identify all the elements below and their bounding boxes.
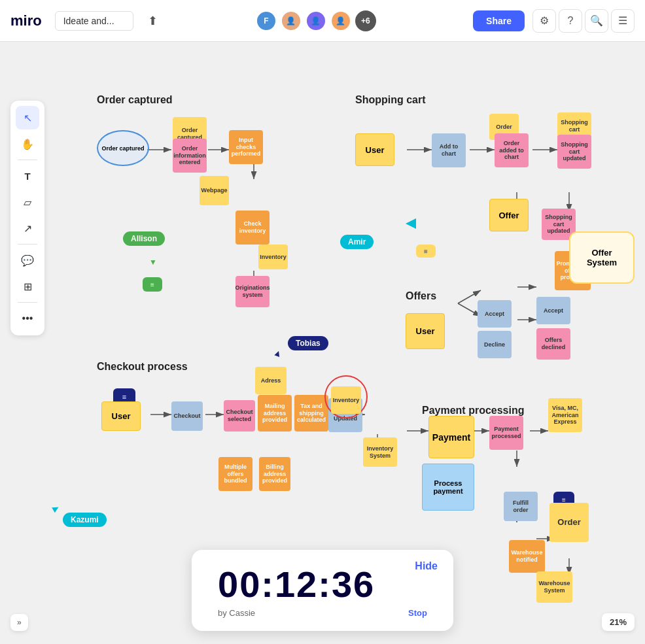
- sticky-input-checks[interactable]: Input checks performed: [229, 130, 263, 164]
- shape-payment[interactable]: Payment: [428, 416, 474, 458]
- frame-tool[interactable]: ⊞: [16, 275, 39, 298]
- text-tool[interactable]: T: [16, 164, 39, 188]
- comment-allison[interactable]: ≡: [143, 277, 162, 292]
- cursor-allison: Allison: [123, 231, 165, 246]
- shape-user-offers[interactable]: User: [406, 313, 445, 349]
- sticky-billing-address[interactable]: Billing address provided: [259, 457, 290, 491]
- sticky-decline[interactable]: Decline: [478, 331, 512, 358]
- board-name-input[interactable]: Ideate and...: [55, 11, 133, 31]
- zoom-indicator[interactable]: 21%: [602, 613, 635, 631]
- offer-system-box[interactable]: OfferSystem: [569, 231, 635, 284]
- sticky-originations[interactable]: Originations system: [235, 276, 270, 307]
- cursor-tobias: Tobias: [288, 336, 328, 350]
- amir-bubble[interactable]: ≡: [416, 245, 436, 258]
- comment-tool[interactable]: 💬: [16, 248, 39, 272]
- avatar-1[interactable]: F: [256, 10, 277, 31]
- sticky-check-inventory[interactable]: Check inventory: [235, 211, 270, 245]
- avatar-2[interactable]: 👤: [281, 10, 302, 31]
- shape-user-cart[interactable]: User: [355, 133, 394, 166]
- menu-icon[interactable]: ☰: [611, 9, 635, 33]
- section-payment: Payment processing: [422, 405, 525, 416]
- sticky-multiple-offers[interactable]: Multiple offers bundled: [218, 457, 253, 491]
- sticky-offers-declined[interactable]: Offers declined: [536, 328, 570, 360]
- shape-process-payment[interactable]: Process payment: [422, 464, 474, 511]
- sidebar-collapse-button[interactable]: »: [10, 614, 28, 631]
- sticky-warehouse-system[interactable]: Warehouse System: [536, 571, 572, 603]
- sticky-cart-updated[interactable]: Shopping cart updated: [557, 135, 591, 169]
- timer-by-label: by Cassie: [218, 608, 255, 618]
- hand-tool[interactable]: ✋: [16, 132, 39, 156]
- arrow-tool[interactable]: ↗: [16, 216, 39, 240]
- settings-icon[interactable]: ⚙: [532, 9, 556, 33]
- help-icon[interactable]: ?: [559, 9, 582, 33]
- select-tool[interactable]: ↖: [16, 106, 39, 129]
- sticky-add-chart[interactable]: Add to chart: [432, 133, 466, 167]
- header-right-icons: ⚙ ? 🔍 ☰: [532, 9, 635, 33]
- cursor-amir: Amir: [340, 235, 374, 249]
- upload-icon: ⬆: [148, 14, 158, 28]
- section-checkout: Checkout process: [97, 361, 188, 373]
- sticky-address[interactable]: Adress: [255, 367, 287, 394]
- cursor-kazumi: Kazumi: [63, 513, 107, 527]
- timer-panel: Hide 00:12:36 by Cassie Stop: [192, 550, 453, 631]
- collaborators-area: F 👤 👤 👤 +6: [172, 10, 460, 31]
- toolbar: ↖ ✋ T ▱ ↗ 💬 ⊞ •••: [10, 101, 44, 335]
- sticky-checkout[interactable]: Checkout: [171, 401, 203, 431]
- sticky-warehouse-notified[interactable]: Warehouse notified: [509, 540, 545, 573]
- toolbar-divider: [18, 160, 37, 160]
- sticky-order-added[interactable]: Order added to chart: [495, 133, 529, 167]
- sticky-order-info[interactable]: Order information entered: [173, 139, 207, 173]
- sticky-webpage[interactable]: Webpage: [200, 176, 229, 205]
- sticky-payment-processed[interactable]: Payment processed: [489, 416, 523, 450]
- sticky-fulfill-order[interactable]: Fulfill order: [504, 492, 538, 521]
- shape-offer[interactable]: Offer: [489, 199, 529, 231]
- timer-meta: by Cassie Stop: [218, 608, 427, 618]
- oval-order-captured[interactable]: Order captured: [97, 130, 149, 166]
- header: miro Ideate and... ⬆ F 👤 👤 👤 +6 Share ⚙ …: [0, 0, 645, 42]
- sticky-tax-shipping[interactable]: Tax and shipping calculated: [294, 395, 328, 432]
- timer-hide-button[interactable]: Hide: [415, 560, 438, 572]
- toolbar-divider-2: [18, 244, 37, 245]
- collab-more[interactable]: +6: [355, 10, 376, 31]
- svg-marker-29: [406, 218, 416, 229]
- toolbar-divider-3: [18, 302, 37, 303]
- sticky-checkout-selected[interactable]: Checkout selected: [224, 400, 255, 432]
- canvas[interactable]: ↖ ✋ T ▱ ↗ 💬 ⊞ •••: [0, 42, 645, 644]
- upload-button[interactable]: ⬆: [141, 10, 164, 32]
- more-tools[interactable]: •••: [16, 307, 39, 330]
- sticky-inventory-label[interactable]: Inventory: [258, 245, 288, 269]
- shape-user-checkout[interactable]: User: [101, 401, 141, 431]
- timer-stop-button[interactable]: Stop: [408, 608, 427, 618]
- share-button[interactable]: Share: [473, 10, 525, 31]
- sticky-inventory-system[interactable]: Inventory System: [363, 437, 397, 467]
- section-offers: Offers: [406, 290, 436, 302]
- sticky-inventory2[interactable]: Inventory: [331, 386, 361, 414]
- logo: miro: [10, 12, 42, 29]
- sticky-visa-mc[interactable]: Visa, MC, American Express: [548, 398, 582, 432]
- timer-display: 00:12:36: [218, 563, 427, 605]
- sticky-order2[interactable]: Order: [549, 503, 589, 542]
- sticky-tool[interactable]: ▱: [16, 190, 39, 214]
- sticky-accept2[interactable]: Accept: [536, 297, 570, 324]
- section-shopping-cart: Shopping cart: [355, 94, 426, 106]
- sticky-accept1[interactable]: Accept: [478, 300, 512, 328]
- avatar-4[interactable]: 👤: [330, 10, 351, 31]
- avatar-3[interactable]: 👤: [305, 10, 326, 31]
- section-order-captured: Order captured: [97, 94, 173, 106]
- sticky-mailing-address[interactable]: Mailing address provided: [258, 395, 292, 432]
- search-icon[interactable]: 🔍: [585, 9, 608, 33]
